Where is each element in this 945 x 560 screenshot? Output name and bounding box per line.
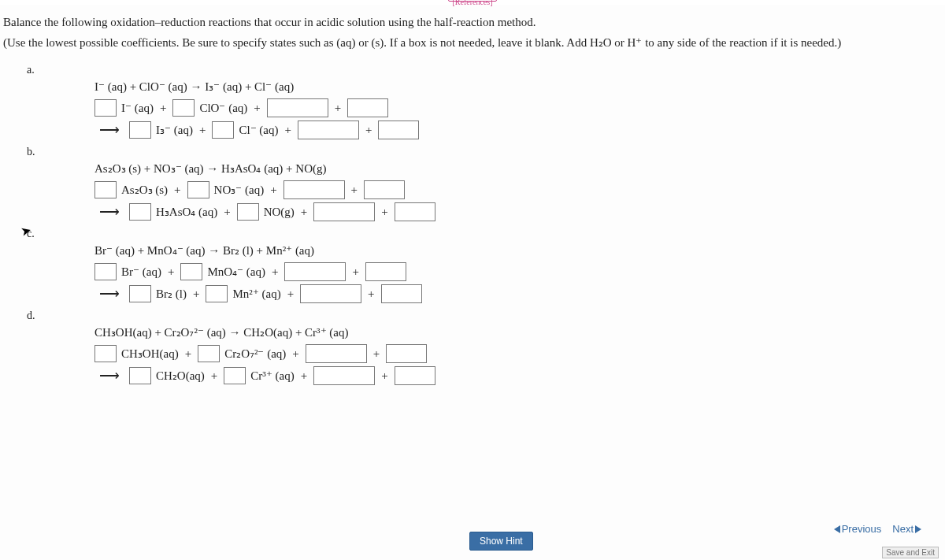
a-r1-sp2: ClO⁻ (aq) [199,101,247,115]
c-r2-coef2[interactable] [206,285,228,302]
b-r2-coef1[interactable] [129,203,151,221]
plus: + [252,102,261,115]
part-b-label: b. [27,146,921,158]
plus: + [366,287,376,301]
part-d-products-row: ⟶ CH₂O(aq) + Cr³⁺ (aq) + + [94,366,921,385]
plus: + [299,206,309,219]
part-b-equation: As₂O₃ (s) + NO₃⁻ (aq) → H₃AsO₄ (aq) + NO… [94,161,921,176]
c-r2-sp1: Br₂ (l) [156,287,187,301]
a-r1-box2[interactable] [347,98,388,117]
plus: + [286,287,295,301]
next-button[interactable]: Next [892,523,921,535]
b-r2-sp2: NO(g) [264,206,295,219]
c-r1-coef2[interactable] [180,263,202,280]
part-c-reactants-row: Br⁻ (aq) + MnO₄⁻ (aq) + + [94,262,921,281]
plus: + [291,347,300,361]
plus: + [183,347,193,361]
plus: + [198,124,207,137]
d-r1-box1[interactable] [306,344,367,363]
plus: + [333,102,343,115]
part-c-products-row: ⟶ Br₂ (l) + Mn²⁺ (aq) + + [94,284,921,303]
part-c-equation: Br⁻ (aq) + MnO₄⁻ (aq) → Br₂ (l) + Mn²⁺ (… [94,243,921,258]
d-r2-sp2: Cr³⁺ (aq) [250,369,294,383]
b-r1-sp2: NO₃⁻ (aq) [214,183,265,197]
chevron-right-icon [915,525,921,533]
arrow-icon: ⟶ [94,367,124,384]
c-r1-sp1: Br⁻ (aq) [121,265,161,279]
a-r1-box1[interactable] [267,98,328,117]
previous-button[interactable]: Previous [834,523,882,535]
a-r1-coef1[interactable] [94,99,117,117]
d-r1-coef1[interactable] [94,345,117,362]
part-b-reactants-row: As₂O₃ (s) + NO₃⁻ (aq) + + [94,180,921,199]
part-a-label: a. [27,64,921,76]
previous-label: Previous [842,523,882,535]
chevron-left-icon [834,525,840,533]
d-r2-box1[interactable] [313,366,375,385]
instructions: Balance the following oxidation–reductio… [0,5,945,53]
d-r1-box2[interactable] [386,344,427,363]
b-r1-coef2[interactable] [187,181,209,198]
part-d-label: d. [27,310,921,322]
c-r1-box1[interactable] [284,262,346,281]
plus: + [191,287,201,301]
part-a-products-row: ⟶ I₃⁻ (aq) + Cl⁻ (aq) + + [94,121,921,139]
b-r1-sp1: As₂O₃ (s) [121,183,168,197]
b-r2-box2[interactable] [395,202,435,221]
b-r1-box1[interactable] [284,180,345,199]
d-r2-coef1[interactable] [129,367,151,384]
d-r1-sp1: CH₃OH(aq) [121,347,179,361]
a-r1-coef2[interactable] [172,99,195,117]
plus: + [172,184,182,197]
b-r2-box1[interactable] [313,202,375,221]
b-r1-coef1[interactable] [94,181,117,198]
instructions-line2: (Use the lowest possible coefficients. B… [3,33,942,54]
plus: + [299,369,309,383]
d-r1-sp2: Cr₂O₇²⁻ (aq) [224,347,286,361]
d-r1-coef2[interactable] [198,345,220,362]
part-b-products-row: ⟶ H₃AsO₄ (aq) + NO(g) + + [94,202,921,221]
arrow-icon: ⟶ [94,203,124,221]
plus: + [166,265,176,279]
a-r2-coef1[interactable] [129,121,151,139]
a-r2-sp1: I₃⁻ (aq) [156,123,193,137]
next-label: Next [892,523,914,535]
instructions-line1: Balance the following oxidation–reductio… [3,13,942,33]
references-tag[interactable]: [References] [448,0,496,2]
c-r1-sp2: MnO₄⁻ (aq) [207,265,265,279]
part-a-equation: I⁻ (aq) + ClO⁻ (aq) → I₃⁻ (aq) + Cl⁻ (aq… [94,80,921,94]
a-r2-box1[interactable] [298,121,359,139]
a-r1-sp1: I⁻ (aq) [121,101,154,115]
plus: + [158,102,168,115]
a-r2-box2[interactable] [378,121,419,139]
plus: + [380,206,389,219]
show-hint-button[interactable]: Show Hint [469,532,533,551]
plus: + [372,347,381,361]
plus: + [350,184,359,197]
d-r2-sp1: CH₂O(aq) [156,369,205,383]
d-r2-box2[interactable] [395,366,435,385]
c-r2-box1[interactable] [300,284,361,303]
plus: + [380,369,389,383]
b-r2-sp1: H₃AsO₄ (aq) [156,205,217,219]
plus: + [222,206,232,219]
c-r2-box2[interactable] [381,284,422,303]
plus: + [350,265,360,279]
plus: + [209,369,219,383]
part-d-reactants-row: CH₃OH(aq) + Cr₂O₇²⁻ (aq) + + [94,344,921,363]
c-r2-sp2: Mn²⁺ (aq) [232,287,280,301]
c-r1-coef1[interactable] [94,263,117,280]
plus: + [270,265,280,279]
plus: + [269,184,278,197]
part-d-equation: CH₃OH(aq) + Cr₂O₇²⁻ (aq) → CH₂O(aq) + Cr… [94,325,921,339]
a-r2-coef2[interactable] [212,121,234,139]
arrow-icon: ⟶ [94,121,124,139]
save-and-exit-button[interactable]: Save and Exit [882,547,939,558]
b-r1-box2[interactable] [364,180,405,199]
part-c-label: c. [27,228,921,240]
b-r2-coef2[interactable] [237,203,259,221]
part-a-reactants-row: I⁻ (aq) + ClO⁻ (aq) + + [94,98,921,117]
c-r1-box2[interactable] [365,262,406,281]
d-r2-coef2[interactable] [224,367,246,384]
c-r2-coef1[interactable] [129,285,151,302]
